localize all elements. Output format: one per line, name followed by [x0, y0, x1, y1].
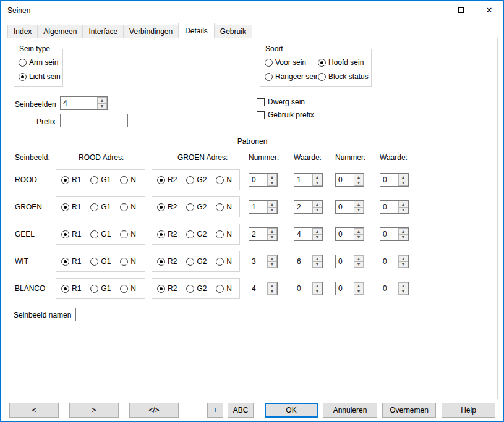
- radio-option-r1[interactable]: R1: [61, 230, 81, 238]
- spin-down-icon[interactable]: ▼: [354, 261, 364, 268]
- spin-down-icon[interactable]: ▼: [267, 289, 277, 295]
- radio-option-g1[interactable]: G1: [90, 284, 111, 293]
- spin-down-icon[interactable]: ▼: [267, 180, 277, 187]
- radio-option-hoofd-sein[interactable]: Hoofd sein: [318, 58, 371, 67]
- radio-option-g1[interactable]: G1: [90, 203, 111, 211]
- nummer2-spinner[interactable]: 0 ▲▼: [335, 255, 364, 268]
- radio-option-n[interactable]: N: [216, 257, 232, 266]
- seinbeelden-spinner[interactable]: 4 ▲ ▼: [60, 96, 108, 110]
- spin-down-icon[interactable]: ▼: [398, 261, 408, 268]
- radio-option-licht-sein[interactable]: Licht sein: [19, 72, 62, 81]
- radio-option-r2[interactable]: R2: [157, 257, 177, 266]
- code-button[interactable]: </>: [129, 403, 179, 418]
- waarde1-spinner[interactable]: 2 ▲▼: [294, 200, 323, 214]
- title-bar[interactable]: Seinen ✕: [1, 1, 503, 20]
- spin-down-icon[interactable]: ▼: [267, 261, 277, 268]
- radio-option-n[interactable]: N: [120, 175, 136, 184]
- radio-option-g2[interactable]: G2: [186, 257, 207, 266]
- radio-option-n[interactable]: N: [120, 284, 136, 293]
- radio-option-g2[interactable]: G2: [186, 175, 207, 184]
- seinbeeld-namen-input[interactable]: [75, 308, 492, 321]
- spin-down-icon[interactable]: ▼: [312, 261, 322, 268]
- previous-button[interactable]: <: [9, 403, 59, 418]
- tab-details[interactable]: Details: [178, 23, 215, 38]
- radio-option-n[interactable]: N: [216, 203, 232, 211]
- spin-down-icon[interactable]: ▼: [354, 234, 364, 241]
- nummer2-spinner[interactable]: 0 ▲▼: [335, 282, 364, 295]
- spin-down-icon[interactable]: ▼: [312, 207, 322, 214]
- radio-option-r2[interactable]: R2: [157, 175, 177, 184]
- nummer1-spinner[interactable]: 2 ▲▼: [249, 227, 278, 241]
- close-button[interactable]: ✕: [475, 1, 503, 20]
- nummer1-spinner[interactable]: 1 ▲▼: [249, 200, 278, 214]
- radio-option-voor-sein[interactable]: Voor sein: [265, 58, 318, 67]
- waarde2-spinner[interactable]: 0 ▲▼: [380, 282, 409, 295]
- help-button[interactable]: Help: [442, 403, 495, 418]
- waarde1-spinner[interactable]: 4 ▲▼: [294, 227, 323, 241]
- nummer2-spinner[interactable]: 0 ▲▼: [335, 200, 364, 214]
- radio-option-block-status[interactable]: Block status: [318, 72, 371, 81]
- waarde1-spinner[interactable]: 1 ▲▼: [294, 173, 323, 187]
- spin-down-icon[interactable]: ▼: [312, 289, 322, 295]
- spin-down-icon[interactable]: ▼: [312, 234, 322, 241]
- annuleren-button[interactable]: Annuleren: [323, 403, 377, 418]
- radio-option-r2[interactable]: R2: [157, 203, 177, 211]
- overnemen-button[interactable]: Overnemen: [382, 403, 436, 418]
- radio-option-r1[interactable]: R1: [61, 175, 81, 184]
- radio-option-g2[interactable]: G2: [186, 284, 207, 293]
- spin-down-icon[interactable]: ▼: [398, 180, 408, 187]
- spin-down-icon[interactable]: ▼: [398, 234, 408, 241]
- tab-verbindingen[interactable]: Verbindingen: [123, 25, 179, 38]
- spin-down-icon[interactable]: ▼: [354, 207, 364, 214]
- nummer2-spinner[interactable]: 0 ▲▼: [335, 227, 364, 241]
- radio-option-n[interactable]: N: [216, 175, 232, 184]
- next-button[interactable]: >: [69, 403, 119, 418]
- radio-option-arm-sein[interactable]: Arm sein: [19, 58, 62, 67]
- spin-down-icon[interactable]: ▼: [354, 180, 364, 187]
- nummer1-spinner[interactable]: 3 ▲▼: [249, 255, 278, 268]
- radio-option-n[interactable]: N: [120, 203, 136, 211]
- radio-option-r2[interactable]: R2: [157, 284, 177, 293]
- waarde2-spinner[interactable]: 0 ▲▼: [380, 173, 409, 187]
- radio-option-r1[interactable]: R1: [61, 203, 81, 211]
- spin-down-icon[interactable]: ▼: [97, 103, 107, 110]
- abc-button[interactable]: ABC: [228, 403, 254, 418]
- waarde1-spinner[interactable]: 0 ▲▼: [294, 282, 323, 295]
- nummer1-spinner[interactable]: 0 ▲▼: [249, 173, 278, 187]
- radio-option-n[interactable]: N: [216, 284, 232, 293]
- ok-button[interactable]: OK: [265, 403, 318, 418]
- tab-algemeen[interactable]: Algemeen: [37, 25, 83, 38]
- dwerg-sein-checkbox[interactable]: Dwerg sein: [257, 98, 305, 106]
- waarde1-spinner[interactable]: 6 ▲▼: [294, 255, 323, 268]
- spin-down-icon[interactable]: ▼: [398, 289, 408, 295]
- nummer1-spinner[interactable]: 4 ▲▼: [249, 282, 278, 295]
- spin-down-icon[interactable]: ▼: [398, 207, 408, 214]
- waarde2-spinner[interactable]: 0 ▲▼: [380, 227, 409, 241]
- tab-index[interactable]: Index: [7, 25, 38, 38]
- radio-option-g2[interactable]: G2: [186, 203, 207, 211]
- spin-down-icon[interactable]: ▼: [354, 289, 364, 295]
- radio-option-g1[interactable]: G1: [90, 257, 111, 266]
- radio-option-n[interactable]: N: [216, 230, 232, 238]
- radio-option-g1[interactable]: G1: [90, 175, 111, 184]
- radio-option-r2[interactable]: R2: [157, 230, 177, 238]
- spin-down-icon[interactable]: ▼: [267, 207, 277, 214]
- radio-option-r1[interactable]: R1: [61, 284, 81, 293]
- add-button[interactable]: +: [207, 403, 223, 418]
- radio-option-g1[interactable]: G1: [90, 230, 111, 238]
- prefix-input[interactable]: [60, 114, 128, 127]
- maximize-button[interactable]: [446, 1, 475, 20]
- radio-option-rangeer-sein[interactable]: Rangeer sein: [265, 72, 318, 81]
- spin-down-icon[interactable]: ▼: [267, 234, 277, 241]
- spin-down-icon[interactable]: ▼: [312, 180, 322, 187]
- radio-option-n[interactable]: N: [120, 257, 136, 266]
- tab-gebruik[interactable]: Gebruik: [214, 25, 252, 38]
- radio-option-r1[interactable]: R1: [61, 257, 81, 266]
- waarde2-spinner[interactable]: 0 ▲▼: [380, 200, 409, 214]
- tab-interface[interactable]: Interface: [82, 25, 124, 38]
- waarde2-spinner[interactable]: 0 ▲▼: [380, 255, 409, 268]
- nummer2-spinner[interactable]: 0 ▲▼: [335, 173, 364, 187]
- radio-option-n[interactable]: N: [120, 230, 136, 238]
- gebruik-prefix-checkbox[interactable]: Gebruik prefix: [257, 111, 314, 119]
- seinbeelden-value[interactable]: 4: [61, 97, 97, 109]
